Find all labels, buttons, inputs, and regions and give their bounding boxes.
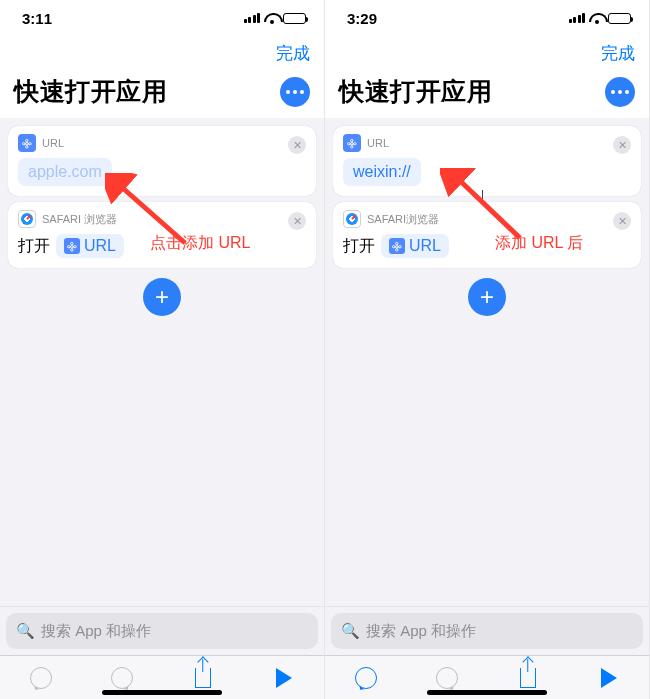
annotation-text: 点击添加 URL [150, 233, 250, 254]
status-time: 3:29 [347, 10, 377, 27]
add-action-button[interactable]: + [143, 278, 181, 316]
status-indicators [244, 12, 307, 24]
url-value-input[interactable]: apple.com [18, 158, 112, 186]
done-button[interactable]: 完成 [276, 42, 310, 65]
redo-icon [111, 667, 133, 689]
more-button[interactable] [605, 77, 635, 107]
annotation-text: 添加 URL 后 [495, 233, 583, 254]
redo-button[interactable] [434, 665, 460, 691]
safari-card-label: SAFARI浏览器 [367, 212, 439, 227]
open-label: 打开 [18, 236, 50, 257]
share-button[interactable] [190, 665, 216, 691]
url-card-label: URL [367, 137, 389, 149]
link-icon: ⌘ [18, 134, 36, 152]
done-button[interactable]: 完成 [601, 42, 635, 65]
delete-action-button[interactable]: ✕ [288, 136, 306, 154]
page-title: 快速打开应用 [339, 75, 492, 108]
status-time: 3:11 [22, 10, 52, 27]
url-card-label: URL [42, 137, 64, 149]
more-button[interactable] [280, 77, 310, 107]
open-label: 打开 [343, 236, 375, 257]
search-placeholder: 搜索 App 和操作 [366, 622, 476, 641]
wifi-icon [264, 12, 279, 24]
link-icon: ⌘ [343, 134, 361, 152]
screen-left: 3:11 完成 快速打开应用 ⌘ URL ✕ apple.com SAFARI … [0, 0, 325, 699]
safari-icon [343, 210, 361, 228]
share-button[interactable] [515, 665, 541, 691]
share-icon [195, 668, 211, 688]
url-action-card[interactable]: ⌘ URL ✕ apple.com [8, 126, 316, 196]
wifi-icon [589, 12, 604, 24]
cellular-icon [244, 13, 261, 23]
undo-icon [355, 667, 377, 689]
safari-action-card[interactable]: SAFARI浏览器 ✕ 打开 ⌘ URL [333, 202, 641, 268]
safari-card-label: SAFARI 浏览器 [42, 212, 117, 227]
play-icon [601, 668, 617, 688]
cellular-icon [569, 13, 586, 23]
safari-icon [18, 210, 36, 228]
ellipsis-icon [611, 90, 629, 94]
screen-right: 3:29 完成 快速打开应用 ⌘ URL ✕ weixin:// SAF [325, 0, 650, 699]
home-indicator[interactable] [102, 690, 222, 695]
search-input[interactable]: 🔍 搜索 App 和操作 [6, 613, 318, 649]
share-icon [520, 668, 536, 688]
delete-action-button[interactable]: ✕ [613, 212, 631, 230]
delete-action-button[interactable]: ✕ [288, 212, 306, 230]
search-input[interactable]: 🔍 搜索 App 和操作 [331, 613, 643, 649]
undo-icon [30, 667, 52, 689]
battery-icon [608, 13, 631, 24]
link-icon: ⌘ [389, 238, 405, 254]
status-bar: 3:29 [325, 0, 649, 36]
ellipsis-icon [286, 90, 304, 94]
link-icon: ⌘ [64, 238, 80, 254]
undo-button[interactable] [353, 665, 379, 691]
run-button[interactable] [596, 665, 622, 691]
redo-icon [436, 667, 458, 689]
play-icon [276, 668, 292, 688]
run-button[interactable] [271, 665, 297, 691]
url-action-card[interactable]: ⌘ URL ✕ weixin:// [333, 126, 641, 196]
url-value-input[interactable]: weixin:// [343, 158, 421, 186]
undo-button[interactable] [28, 665, 54, 691]
delete-action-button[interactable]: ✕ [613, 136, 631, 154]
status-bar: 3:11 [0, 0, 324, 36]
home-indicator[interactable] [427, 690, 547, 695]
status-indicators [569, 12, 632, 24]
search-icon: 🔍 [341, 622, 360, 640]
add-action-button[interactable]: + [468, 278, 506, 316]
search-icon: 🔍 [16, 622, 35, 640]
battery-icon [283, 13, 306, 24]
url-variable-chip[interactable]: ⌘ URL [381, 234, 449, 258]
url-variable-chip[interactable]: ⌘ URL [56, 234, 124, 258]
search-placeholder: 搜索 App 和操作 [41, 622, 151, 641]
redo-button[interactable] [109, 665, 135, 691]
page-title: 快速打开应用 [14, 75, 167, 108]
